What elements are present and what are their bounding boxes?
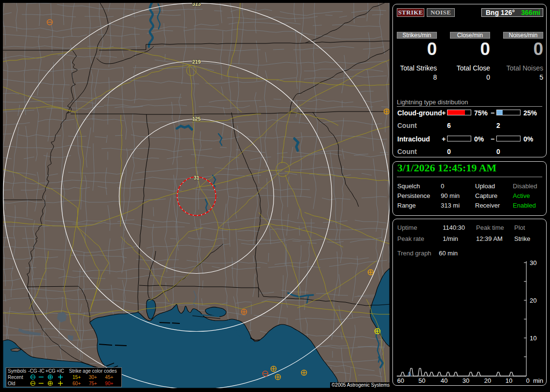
svg-text:40: 40 xyxy=(441,377,448,384)
svg-text:0: 0 xyxy=(526,377,529,384)
svg-text:10: 10 xyxy=(530,335,536,342)
svg-text:50: 50 xyxy=(419,377,425,384)
svg-text:20: 20 xyxy=(484,377,491,384)
svg-text:20: 20 xyxy=(530,297,536,304)
svg-text:125: 125 xyxy=(192,116,201,122)
svg-text:min: min xyxy=(533,377,543,384)
svg-text:30: 30 xyxy=(463,377,469,384)
svg-text:10: 10 xyxy=(506,377,512,384)
svg-text:30: 30 xyxy=(530,259,536,266)
svg-text:219: 219 xyxy=(192,59,201,65)
svg-text:313: 313 xyxy=(192,3,201,7)
svg-text:60: 60 xyxy=(397,377,404,384)
svg-text:31: 31 xyxy=(194,175,200,181)
